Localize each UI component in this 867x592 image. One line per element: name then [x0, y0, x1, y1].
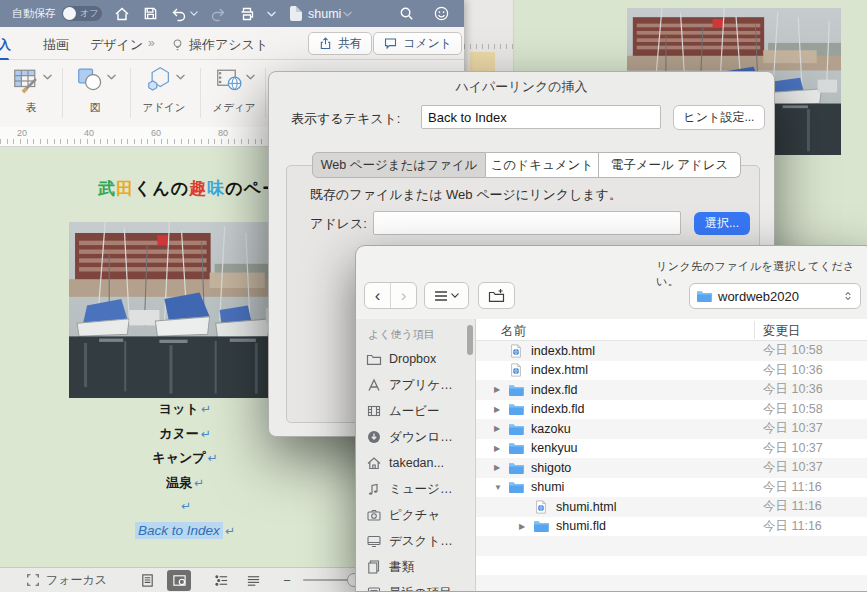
file-picker-sheet: リンク先のファイルを選択してください。 ‹ › wordweb2020 よく使う…	[355, 245, 867, 592]
movies-icon	[366, 403, 382, 419]
file-row[interactable]: shumi.html今日 11:16	[476, 497, 867, 517]
folder-icon	[508, 402, 524, 416]
media-icon	[214, 64, 244, 94]
chevron-down-icon	[107, 74, 116, 80]
file-row[interactable]: indexb.html今日 10:58	[476, 341, 867, 361]
sidebar-item-dropbox[interactable]: Dropbox	[356, 346, 475, 372]
tab-design[interactable]: デザイン	[90, 36, 143, 54]
location-dropdown[interactable]: wordweb2020	[689, 283, 861, 309]
list-header: 名前 変更日	[476, 319, 867, 341]
tab-email-address[interactable]: 電子メール アドレス	[599, 152, 741, 178]
select-file-button[interactable]: 選択...	[694, 212, 750, 235]
ribbon-group-shapes[interactable]: 図	[64, 64, 126, 115]
tab-assist[interactable]: 操作アシスト	[170, 36, 268, 54]
tab-web-page-or-file[interactable]: Web ページまたはファイル	[312, 152, 486, 178]
view-mode-button[interactable]	[424, 282, 469, 309]
file-row[interactable]: ▶indexb.fld今日 10:58	[476, 400, 867, 420]
picker-sidebar: よく使う項目 Dropbox アプリケ… ムービー ダウンロ… takedan.…	[356, 319, 476, 591]
sidebar-item-documents[interactable]: 書類	[356, 554, 475, 580]
toolbar-more-icon[interactable]	[267, 11, 276, 17]
view-draft-button[interactable]	[241, 570, 265, 591]
comment-button[interactable]: コメント	[373, 32, 462, 55]
column-modified[interactable]: 変更日	[763, 323, 801, 340]
disclosure-triangle-icon: ▶	[494, 463, 508, 472]
save-icon[interactable]	[142, 5, 159, 22]
new-folder-button[interactable]	[478, 282, 515, 309]
sidebar-item-pictures[interactable]: ピクチャ	[356, 502, 475, 528]
address-input[interactable]	[373, 211, 681, 235]
view-outline-button[interactable]	[209, 570, 233, 591]
file-row[interactable]: ▶shumi.fld今日 11:16	[476, 517, 867, 537]
folder-icon	[696, 289, 712, 303]
view-print-layout-button[interactable]	[135, 570, 159, 591]
disclosure-triangle-icon: ▶	[494, 385, 508, 394]
disclosure-triangle-icon: ▶	[494, 424, 508, 433]
back-to-index-link[interactable]: Back to Index↵	[85, 523, 285, 548]
title-chevron-icon[interactable]	[343, 11, 352, 17]
dialog-title: ハイパーリンクの挿入	[269, 78, 774, 96]
hint-settings-button[interactable]: ヒント設定...	[673, 105, 765, 130]
doc-link-canoe[interactable]: カヌー↵	[85, 425, 285, 450]
sidebar-item-home[interactable]: takedan...	[356, 450, 475, 476]
home-icon[interactable]	[113, 5, 131, 23]
tab-draw[interactable]: 描画	[43, 36, 69, 54]
zoom-out-button[interactable]: −	[283, 573, 291, 588]
search-icon[interactable]	[398, 5, 415, 22]
home-icon	[366, 455, 382, 471]
file-row[interactable]: ▶kazoku今日 10:37	[476, 419, 867, 439]
updown-chevrons-icon	[842, 289, 854, 303]
tab-this-document[interactable]: このドキュメント	[486, 152, 599, 178]
lightbulb-icon	[170, 37, 185, 53]
feedback-smiley-icon[interactable]	[433, 5, 450, 22]
file-list: 名前 変更日 indexb.html今日 10:58 index.html今日 …	[476, 319, 867, 591]
tab-overflow-icon[interactable]: »	[148, 36, 155, 50]
share-button[interactable]: 共有	[308, 32, 372, 55]
ruler-mark: 40	[84, 128, 94, 138]
empty-row	[476, 556, 867, 576]
html-file-icon	[508, 344, 524, 358]
empty-row	[476, 575, 867, 591]
sidebar-item-applications[interactable]: アプリケ…	[356, 372, 475, 398]
downloads-icon	[366, 429, 382, 445]
undo-chevron-icon[interactable]	[190, 11, 198, 16]
outline-icon	[214, 573, 229, 588]
marina-photo	[69, 222, 290, 398]
column-name[interactable]: 名前	[501, 323, 526, 340]
view-web-layout-button[interactable]	[167, 570, 191, 591]
sidebar-scrollbar[interactable]	[467, 325, 473, 355]
file-row[interactable]: index.html今日 10:36	[476, 361, 867, 381]
ribbon-group-addins[interactable]: アドイン	[133, 64, 195, 115]
comment-icon	[383, 36, 398, 51]
file-row[interactable]: ▶index.fld今日 10:36	[476, 380, 867, 400]
sidebar-item-music[interactable]: ミュージ…	[356, 476, 475, 502]
redo-icon	[209, 5, 227, 23]
doc-link-onsen[interactable]: 温泉↵	[85, 474, 285, 499]
sidebar-item-desktop[interactable]: デスクト…	[356, 528, 475, 554]
return-mark-icon: ↵	[181, 499, 191, 513]
back-button[interactable]: ‹	[365, 283, 390, 308]
desktop-icon	[366, 533, 382, 549]
focus-button[interactable]: フォーカス	[26, 572, 107, 589]
file-row[interactable]: ▼shumi今日 11:16	[476, 478, 867, 498]
autosave-toggle[interactable]: オフ	[62, 6, 102, 21]
screenshot: 自動保存 オフ shumi 挿入 描画 デザイン »	[0, 0, 867, 592]
sidebar-item-downloads[interactable]: ダウンロ…	[356, 424, 475, 450]
display-text-input[interactable]	[421, 105, 661, 129]
undo-icon[interactable]	[170, 5, 188, 23]
doc-link-camp[interactable]: キャンプ↵	[85, 449, 285, 474]
ribbon-group-table[interactable]: 表	[0, 64, 62, 115]
disclosure-triangle-icon: ▼	[494, 483, 508, 492]
print-icon[interactable]	[238, 5, 256, 23]
sidebar-item-recents[interactable]: 最近の項目	[356, 580, 475, 592]
chevron-down-icon	[43, 74, 52, 80]
html-file-icon	[508, 363, 524, 377]
tab-insert[interactable]: 挿入	[0, 36, 11, 54]
doc-link-yacht[interactable]: ヨット↵	[85, 400, 285, 425]
sidebar-item-movies[interactable]: ムービー	[356, 398, 475, 424]
ribbon-group-media[interactable]: メディア	[203, 64, 265, 115]
file-row[interactable]: ▶shigoto今日 10:37	[476, 458, 867, 478]
file-row[interactable]: ▶kenkyuu今日 10:37	[476, 439, 867, 459]
return-mark-icon: ↵	[208, 451, 218, 465]
empty-row	[476, 536, 867, 556]
nav-buttons: ‹ ›	[364, 282, 417, 309]
